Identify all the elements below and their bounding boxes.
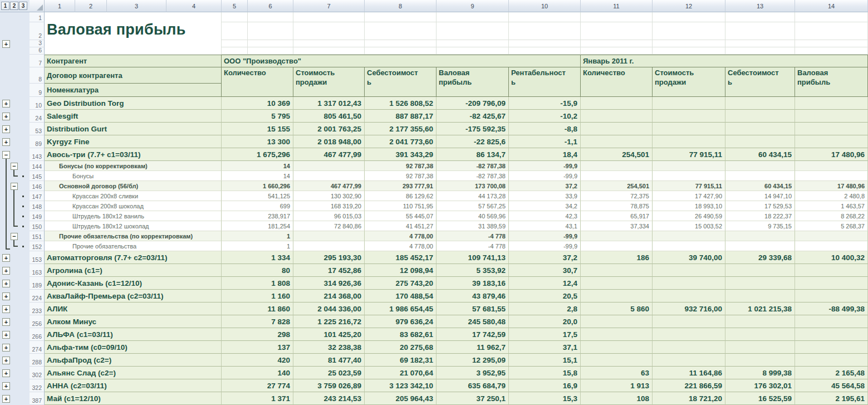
value-cell[interactable]: 932 716,00 (653, 302, 725, 315)
value-cell[interactable]: 635 684,79 (437, 379, 509, 392)
cell[interactable] (293, 47, 365, 55)
value-cell[interactable] (795, 241, 868, 251)
value-cell[interactable]: 21 070,64 (365, 367, 437, 379)
value-cell[interactable]: 16,9 (509, 379, 581, 392)
value-cell[interactable]: 37,2 (509, 181, 581, 191)
value-cell[interactable]: 30,7 (509, 264, 581, 277)
value-cell[interactable] (795, 290, 868, 302)
row-number[interactable]: 266 (30, 328, 45, 341)
cell[interactable] (795, 12, 868, 22)
measure-header-cell[interactable]: Стоимость продажи (653, 67, 725, 97)
nomenclature-header-cell[interactable]: Номенклатура (45, 84, 222, 97)
value-cell[interactable] (725, 290, 795, 302)
measure-header-cell[interactable]: Количество (222, 67, 293, 97)
value-cell[interactable]: 33,9 (509, 191, 581, 201)
value-cell[interactable] (795, 110, 868, 123)
value-cell[interactable] (725, 277, 795, 290)
select-all-corner[interactable] (30, 0, 45, 12)
column-header-9[interactable]: 9 (437, 0, 509, 12)
value-cell[interactable] (293, 241, 365, 251)
contractor-name-cell[interactable]: Авось-три (7.7+ с1=03/11) (45, 148, 222, 161)
cell[interactable] (795, 40, 868, 47)
value-cell[interactable]: 34,2 (509, 201, 581, 211)
expand-button[interactable]: + (2, 344, 10, 352)
cell[interactable] (653, 40, 725, 47)
value-cell[interactable]: 15,3 (509, 392, 581, 405)
column-header-7[interactable]: 7 (293, 0, 365, 12)
value-cell[interactable]: 214 368,00 (293, 290, 365, 302)
column-header-10[interactable]: 10 (509, 0, 581, 12)
value-cell[interactable] (581, 241, 653, 251)
row-number[interactable]: 6 (30, 47, 45, 55)
contragent-header-cell[interactable]: Контрагент (45, 55, 222, 67)
contractor-name-cell[interactable]: Адонис-Казань (с1=12/10) (45, 277, 222, 290)
row-number[interactable]: 7 (30, 55, 45, 67)
row-number[interactable]: 144 (30, 161, 45, 171)
expand-button[interactable]: + (2, 125, 10, 133)
column-header-1[interactable]: 1 (45, 0, 75, 12)
expand-button[interactable]: + (2, 331, 10, 339)
value-cell[interactable]: 15 003,52 (653, 221, 725, 231)
value-cell[interactable]: 254,501 (581, 181, 653, 191)
value-cell[interactable]: 4 778,00 (365, 231, 437, 241)
value-cell[interactable] (725, 161, 795, 171)
value-cell[interactable] (581, 264, 653, 277)
value-cell[interactable]: 42,3 (509, 211, 581, 221)
contractor-name-cell[interactable]: Distribution Gurt (45, 123, 222, 135)
value-cell[interactable]: 86 134,7 (437, 148, 509, 161)
value-cell[interactable] (795, 161, 868, 171)
value-cell[interactable]: -4 778 (437, 241, 509, 251)
cell[interactable] (509, 40, 581, 47)
cell[interactable] (653, 12, 725, 22)
value-cell[interactable] (581, 123, 653, 135)
nomenclature-name-cell[interactable]: Круассан 200х8 шоколад (45, 201, 222, 211)
value-cell[interactable]: 5 268,37 (795, 221, 868, 231)
value-cell[interactable] (725, 354, 795, 367)
value-cell[interactable]: 1 (222, 241, 293, 251)
cell[interactable] (248, 47, 293, 55)
cell[interactable] (725, 12, 795, 22)
cell[interactable] (437, 47, 509, 55)
expand-button[interactable]: + (2, 305, 10, 313)
cell[interactable] (45, 40, 75, 47)
cell[interactable] (365, 47, 437, 55)
value-cell[interactable]: 37,2 (509, 251, 581, 264)
value-cell[interactable]: 20,5 (509, 290, 581, 302)
value-cell[interactable]: 2 165,48 (795, 367, 868, 379)
value-cell[interactable]: 245 580,48 (437, 315, 509, 328)
value-cell[interactable]: 181,254 (222, 221, 293, 231)
period-header-cell[interactable]: Январь 2011 г. (581, 55, 868, 67)
contractor-name-cell[interactable]: АкваЛайф-Премьера (с2=03/11) (45, 290, 222, 302)
value-cell[interactable] (725, 135, 795, 148)
value-cell[interactable]: 467 477,99 (293, 181, 365, 191)
column-header-13[interactable]: 13 (725, 0, 795, 12)
row-number[interactable]: 3 (30, 40, 45, 47)
expand-button[interactable]: + (2, 382, 10, 390)
contractor-name-cell[interactable]: Агролина (с1=) (45, 264, 222, 277)
value-cell[interactable] (795, 123, 868, 135)
value-cell[interactable]: 887 887,17 (365, 110, 437, 123)
outline-level-3-button[interactable]: 3 (19, 2, 27, 10)
value-cell[interactable]: 29 339,68 (725, 251, 795, 264)
value-cell[interactable] (293, 161, 365, 171)
value-cell[interactable]: 467 477,99 (293, 148, 365, 161)
value-cell[interactable]: -82 425,67 (437, 110, 509, 123)
value-cell[interactable] (581, 110, 653, 123)
value-cell[interactable]: 173 700,08 (437, 181, 509, 191)
value-cell[interactable]: -99,9 (509, 231, 581, 241)
value-cell[interactable]: 295 193,30 (293, 251, 365, 264)
column-header-5[interactable]: 5 (222, 0, 248, 12)
column-header-4[interactable]: 4 (166, 0, 222, 12)
value-cell[interactable]: 5 353,92 (437, 264, 509, 277)
value-cell[interactable]: 1 986 654,45 (365, 302, 437, 315)
cell[interactable] (725, 40, 795, 47)
value-cell[interactable] (581, 135, 653, 148)
value-cell[interactable]: 41 451,27 (365, 221, 437, 231)
value-cell[interactable] (725, 110, 795, 123)
cell[interactable] (293, 40, 365, 47)
row-number[interactable]: 274 (30, 341, 45, 354)
cell[interactable] (75, 47, 107, 55)
value-cell[interactable]: 57 681,55 (437, 302, 509, 315)
row-number[interactable]: 53 (30, 123, 45, 135)
value-cell[interactable] (795, 341, 868, 354)
